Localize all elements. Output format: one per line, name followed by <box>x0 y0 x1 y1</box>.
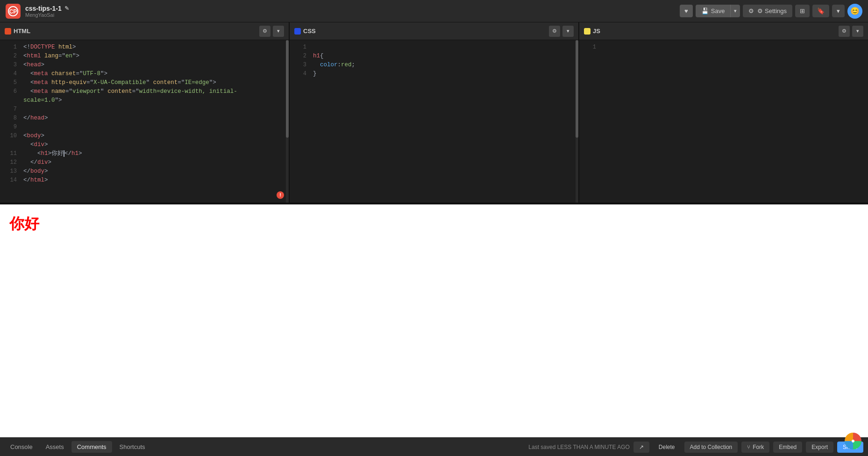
embed-button[interactable]: Embed <box>773 442 802 453</box>
js-editor-header: JS ⚙ ▾ <box>579 22 868 40</box>
settings-button[interactable]: ⚙ ⚙ Settings <box>743 5 792 17</box>
css-editor-body[interactable]: 1 2h1{ 3 color:red; 4} <box>290 40 578 203</box>
css-header-right: ⚙ ▾ <box>549 26 574 37</box>
add-to-collection-button[interactable]: Add to Collection <box>684 442 738 453</box>
html-expand-button[interactable]: ▾ <box>273 26 284 37</box>
project-name-row: css-tips-1-1 ✎ <box>25 5 680 12</box>
save-button[interactable]: 💾 Save <box>696 5 731 17</box>
code-line: 4 <meta charset="UTF-8"> <box>0 70 289 78</box>
code-line: 14</html> <box>0 176 289 185</box>
export-icon-button[interactable]: ↗ <box>633 442 649 453</box>
chevron-down-button[interactable]: ▾ <box>832 5 845 17</box>
grid-button[interactable]: ⊞ <box>795 5 810 17</box>
bookmark-button[interactable]: 🔖 <box>812 5 829 17</box>
export-button[interactable]: Export <box>806 442 833 453</box>
html-settings-button[interactable]: ⚙ <box>259 26 270 37</box>
html-scrollbar-thumb <box>286 40 289 138</box>
css-dot <box>294 28 301 35</box>
code-line: scale=1.0"> <box>0 96 289 105</box>
heart-icon: ♥ <box>684 7 688 14</box>
css-label: CSS <box>303 28 316 35</box>
js-label: JS <box>593 28 600 35</box>
fork-button[interactable]: ⑂ Fork <box>741 442 769 453</box>
code-line: 7 <box>0 105 289 114</box>
css-header-left: CSS <box>294 28 316 35</box>
fork-label: Fork <box>753 444 764 450</box>
project-user: MengYaoSai <box>25 12 680 18</box>
code-line: 3<head> <box>0 61 289 70</box>
fork-icon: ⑂ <box>747 444 750 450</box>
preview-content: 你好 <box>0 204 868 244</box>
code-line: 8</head> <box>0 114 289 123</box>
js-editor-body[interactable]: 1 <box>579 40 868 203</box>
html-code-content: 1<!DOCTYPE html> 2<html lang="en"> 3<hea… <box>0 40 289 203</box>
svg-point-2 <box>852 440 854 442</box>
html-header-left: HTML <box>5 28 30 35</box>
js-editor-pane: JS ⚙ ▾ 1 <box>579 22 868 203</box>
code-line: 10<body> <box>0 132 289 140</box>
code-line: 5 <meta http-equiv="X-UA-Compatible" con… <box>0 78 289 87</box>
code-line: 12 </div> <box>0 158 289 167</box>
code-line: 13</body> <box>0 167 289 176</box>
css-lang-badge: CSS <box>294 28 316 35</box>
css-scrollbar[interactable] <box>576 40 578 203</box>
js-dot <box>584 28 591 35</box>
css-editor-pane: CSS ⚙ ▾ 1 2h1{ 3 color:red; 4} <box>290 22 579 203</box>
js-header-left: JS <box>584 28 600 35</box>
html-error-indicator: ! <box>277 191 284 199</box>
html-dot <box>5 28 11 35</box>
comments-button[interactable]: Comments <box>71 441 112 453</box>
html-editor-header: HTML ⚙ ▾ <box>0 22 289 40</box>
save-icon: 💾 <box>701 7 709 14</box>
html-lang-badge: HTML <box>5 28 30 35</box>
css-expand-button[interactable]: ▾ <box>562 26 574 37</box>
js-expand-button[interactable]: ▾ <box>852 26 863 37</box>
js-settings-button[interactable]: ⚙ <box>839 26 850 37</box>
bottombar: Console Assets Comments Shortcuts Last s… <box>0 437 868 456</box>
code-line: 1 <box>290 43 578 52</box>
console-button[interactable]: Console <box>5 441 38 453</box>
shortcuts-button[interactable]: Shortcuts <box>114 441 151 453</box>
code-line: 4} <box>290 70 578 78</box>
code-line: 6 <meta name="viewport" content="width=d… <box>0 87 289 96</box>
topbar: CP css-tips-1-1 ✎ MengYaoSai ♥ 💾 Save ▾ … <box>0 0 868 22</box>
app-logo: CP <box>6 4 21 19</box>
css-code-content: 1 2h1{ 3 color:red; 4} <box>290 40 578 203</box>
html-editor-pane: HTML ⚙ ▾ 1<!DOCTYPE html> 2<html lang="e… <box>0 22 290 203</box>
code-line: 11 <h1>你好</h1> <box>0 149 289 158</box>
html-header-right: ⚙ ▾ <box>259 26 284 37</box>
delete-button[interactable]: Delete <box>653 442 681 453</box>
avatar[interactable]: 😊 <box>847 4 862 19</box>
code-line: 2h1{ <box>290 52 578 61</box>
edit-project-name-icon[interactable]: ✎ <box>64 5 69 12</box>
code-line: 2<html lang="en"> <box>0 52 289 61</box>
css-settings-button[interactable]: ⚙ <box>549 26 560 37</box>
bottom-left-actions: Console Assets Comments Shortcuts <box>5 441 151 453</box>
project-title: css-tips-1-1 <box>25 5 62 12</box>
editors-area: HTML ⚙ ▾ 1<!DOCTYPE html> 2<html lang="e… <box>0 22 868 204</box>
heart-button[interactable]: ♥ <box>680 5 693 17</box>
save-group: 💾 Save ▾ <box>696 5 740 17</box>
svg-text:CP: CP <box>9 8 17 15</box>
js-header-right: ⚙ ▾ <box>839 26 863 37</box>
save-label: Save <box>711 7 725 14</box>
top-actions: ♥ 💾 Save ▾ ⚙ ⚙ Settings ⊞ 🔖 ▾ 😊 <box>680 4 862 19</box>
save-status: Last saved LESS THAN A MINUTE AGO <box>528 444 630 450</box>
code-line: 1 <box>579 43 868 52</box>
save-dropdown-button[interactable]: ▾ <box>730 5 740 17</box>
js-lang-badge: JS <box>584 28 600 35</box>
code-line: <div> <box>0 140 289 149</box>
html-scrollbar[interactable] <box>286 40 289 203</box>
css-scrollbar-thumb <box>576 40 578 138</box>
bottom-right-actions: Last saved LESS THAN A MINUTE AGO ↗ Dele… <box>528 442 863 453</box>
html-editor-body[interactable]: 1<!DOCTYPE html> 2<html lang="en"> 3<hea… <box>0 40 289 203</box>
html-label: HTML <box>14 28 30 35</box>
code-line: 1<!DOCTYPE html> <box>0 43 289 52</box>
css-editor-header: CSS ⚙ ▾ <box>290 22 578 40</box>
code-line: 3 color:red; <box>290 61 578 70</box>
js-code-content: 1 <box>579 40 868 203</box>
project-info: css-tips-1-1 ✎ MengYaoSai <box>25 5 680 18</box>
code-line: 9 <box>0 123 289 132</box>
assets-button[interactable]: Assets <box>40 441 70 453</box>
preview-area: 你好 <box>0 204 868 437</box>
